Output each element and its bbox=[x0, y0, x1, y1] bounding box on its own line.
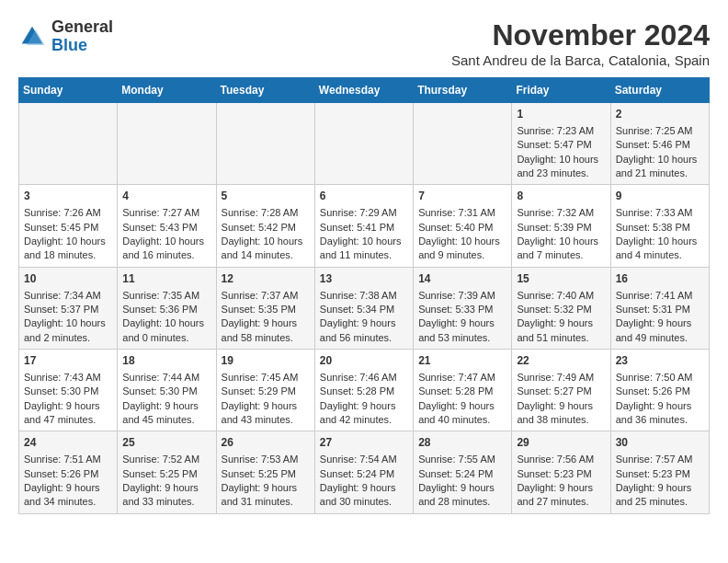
day-info: Sunrise: 7:54 AM bbox=[320, 453, 408, 466]
calendar-cell bbox=[118, 103, 216, 185]
day-number: 26 bbox=[222, 435, 310, 451]
day-info: Sunrise: 7:47 AM bbox=[418, 371, 506, 385]
day-info: Sunrise: 7:28 AM bbox=[222, 206, 310, 220]
calendar-cell: 15Sunrise: 7:40 AMSunset: 5:32 PMDayligh… bbox=[512, 267, 610, 349]
day-number: 22 bbox=[517, 353, 605, 369]
day-info: Daylight: 9 hours and 34 minutes. bbox=[24, 481, 112, 510]
logo-blue-text: Blue bbox=[51, 36, 87, 54]
day-number: 15 bbox=[517, 271, 605, 287]
weekday-header-sunday: Sunday bbox=[19, 78, 118, 103]
day-number: 29 bbox=[517, 435, 605, 451]
day-info: Sunrise: 7:26 AM bbox=[24, 206, 112, 220]
logo-icon bbox=[18, 23, 46, 51]
day-number: 8 bbox=[517, 189, 605, 204]
day-info: Sunset: 5:28 PM bbox=[320, 385, 408, 398]
calendar-cell: 17Sunrise: 7:43 AMSunset: 5:30 PMDayligh… bbox=[19, 350, 118, 431]
day-info: Daylight: 9 hours and 56 minutes. bbox=[320, 316, 408, 345]
day-number: 20 bbox=[320, 353, 408, 369]
day-info: Sunrise: 7:57 AM bbox=[616, 453, 704, 466]
calendar-cell: 25Sunrise: 7:52 AMSunset: 5:25 PMDayligh… bbox=[118, 431, 216, 513]
day-info: Sunrise: 7:35 AM bbox=[122, 289, 210, 303]
weekday-header-saturday: Saturday bbox=[610, 78, 709, 103]
day-info: Sunset: 5:25 PM bbox=[222, 467, 310, 481]
day-number: 13 bbox=[320, 271, 408, 287]
day-info: Sunset: 5:37 PM bbox=[24, 303, 112, 316]
day-info: Daylight: 10 hours and 14 minutes. bbox=[222, 235, 310, 263]
calendar-cell: 4Sunrise: 7:27 AMSunset: 5:43 PMDaylight… bbox=[118, 185, 216, 267]
weekday-header-friday: Friday bbox=[512, 78, 610, 103]
day-info: Daylight: 9 hours and 58 minutes. bbox=[222, 316, 310, 345]
day-info: Sunset: 5:30 PM bbox=[122, 385, 210, 398]
day-info: Sunset: 5:36 PM bbox=[122, 303, 210, 316]
calendar-cell bbox=[19, 103, 118, 185]
calendar-table: SundayMondayTuesdayWednesdayThursdayFrid… bbox=[18, 77, 710, 514]
calendar-week-row: 17Sunrise: 7:43 AMSunset: 5:30 PMDayligh… bbox=[19, 350, 710, 431]
day-info: Sunset: 5:26 PM bbox=[616, 385, 704, 398]
calendar-cell: 30Sunrise: 7:57 AMSunset: 5:23 PMDayligh… bbox=[610, 431, 709, 513]
day-info: Daylight: 9 hours and 38 minutes. bbox=[517, 399, 605, 428]
calendar-cell: 5Sunrise: 7:28 AMSunset: 5:42 PMDaylight… bbox=[216, 185, 314, 267]
day-info: Sunrise: 7:50 AM bbox=[616, 371, 704, 385]
day-number: 28 bbox=[418, 435, 506, 451]
month-title: November 2024 bbox=[451, 18, 710, 52]
day-number: 21 bbox=[418, 353, 506, 369]
calendar-cell: 1Sunrise: 7:23 AMSunset: 5:47 PMDaylight… bbox=[512, 103, 610, 185]
calendar-cell: 12Sunrise: 7:37 AMSunset: 5:35 PMDayligh… bbox=[216, 267, 314, 349]
day-info: Daylight: 9 hours and 42 minutes. bbox=[320, 399, 408, 428]
day-info: Daylight: 10 hours and 23 minutes. bbox=[517, 153, 605, 181]
day-info: Sunrise: 7:34 AM bbox=[24, 289, 112, 303]
day-info: Sunset: 5:39 PM bbox=[517, 221, 605, 235]
day-info: Sunrise: 7:46 AM bbox=[320, 371, 408, 385]
day-number: 2 bbox=[616, 107, 704, 122]
day-info: Daylight: 9 hours and 30 minutes. bbox=[320, 481, 408, 510]
day-info: Sunrise: 7:32 AM bbox=[517, 206, 605, 220]
day-info: Daylight: 9 hours and 45 minutes. bbox=[122, 399, 210, 428]
day-info: Sunrise: 7:52 AM bbox=[122, 453, 210, 466]
calendar-cell: 24Sunrise: 7:51 AMSunset: 5:26 PMDayligh… bbox=[19, 431, 118, 513]
calendar-cell bbox=[314, 103, 413, 185]
day-info: Sunrise: 7:45 AM bbox=[222, 371, 310, 385]
day-info: Sunset: 5:47 PM bbox=[517, 138, 605, 152]
day-info: Daylight: 9 hours and 28 minutes. bbox=[418, 481, 506, 510]
weekday-header-wednesday: Wednesday bbox=[314, 78, 413, 103]
day-info: Sunset: 5:46 PM bbox=[616, 138, 704, 152]
calendar-cell: 14Sunrise: 7:39 AMSunset: 5:33 PMDayligh… bbox=[414, 267, 512, 349]
day-number: 24 bbox=[24, 435, 112, 451]
day-info: Sunrise: 7:49 AM bbox=[517, 371, 605, 385]
day-number: 27 bbox=[320, 435, 408, 451]
day-info: Sunset: 5:24 PM bbox=[418, 467, 506, 481]
calendar-cell: 16Sunrise: 7:41 AMSunset: 5:31 PMDayligh… bbox=[610, 267, 709, 349]
day-info: Sunrise: 7:31 AM bbox=[418, 206, 506, 220]
calendar-cell: 10Sunrise: 7:34 AMSunset: 5:37 PMDayligh… bbox=[19, 267, 118, 349]
day-number: 6 bbox=[320, 189, 408, 204]
day-info: Daylight: 9 hours and 53 minutes. bbox=[418, 316, 506, 345]
day-info: Sunset: 5:42 PM bbox=[222, 221, 310, 235]
day-info: Sunrise: 7:41 AM bbox=[616, 289, 704, 303]
day-info: Sunrise: 7:25 AM bbox=[616, 124, 704, 138]
calendar-week-row: 3Sunrise: 7:26 AMSunset: 5:45 PMDaylight… bbox=[19, 185, 710, 267]
location-subtitle: Sant Andreu de la Barca, Catalonia, Spai… bbox=[451, 52, 710, 68]
day-info: Sunset: 5:41 PM bbox=[320, 221, 408, 235]
calendar-cell bbox=[216, 103, 314, 185]
calendar-cell: 18Sunrise: 7:44 AMSunset: 5:30 PMDayligh… bbox=[118, 350, 216, 431]
day-info: Daylight: 9 hours and 51 minutes. bbox=[517, 316, 605, 345]
day-info: Daylight: 9 hours and 43 minutes. bbox=[222, 399, 310, 428]
day-number: 12 bbox=[222, 271, 310, 287]
day-info: Daylight: 10 hours and 2 minutes. bbox=[24, 316, 112, 345]
day-info: Sunrise: 7:53 AM bbox=[222, 453, 310, 466]
day-info: Sunrise: 7:37 AM bbox=[222, 289, 310, 303]
calendar-header-row: SundayMondayTuesdayWednesdayThursdayFrid… bbox=[19, 78, 710, 103]
day-number: 14 bbox=[418, 271, 506, 287]
day-number: 16 bbox=[616, 271, 704, 287]
calendar-cell: 27Sunrise: 7:54 AMSunset: 5:24 PMDayligh… bbox=[314, 431, 413, 513]
day-info: Daylight: 9 hours and 36 minutes. bbox=[616, 399, 704, 428]
day-info: Sunset: 5:25 PM bbox=[122, 467, 210, 481]
calendar-cell: 22Sunrise: 7:49 AMSunset: 5:27 PMDayligh… bbox=[512, 350, 610, 431]
title-block: November 2024 Sant Andreu de la Barca, C… bbox=[451, 18, 710, 68]
calendar-cell: 20Sunrise: 7:46 AMSunset: 5:28 PMDayligh… bbox=[314, 350, 413, 431]
calendar-cell: 28Sunrise: 7:55 AMSunset: 5:24 PMDayligh… bbox=[414, 431, 512, 513]
day-info: Sunset: 5:28 PM bbox=[418, 385, 506, 398]
day-info: Sunrise: 7:29 AM bbox=[320, 206, 408, 220]
day-number: 4 bbox=[122, 189, 210, 204]
logo: General Blue bbox=[18, 18, 113, 55]
